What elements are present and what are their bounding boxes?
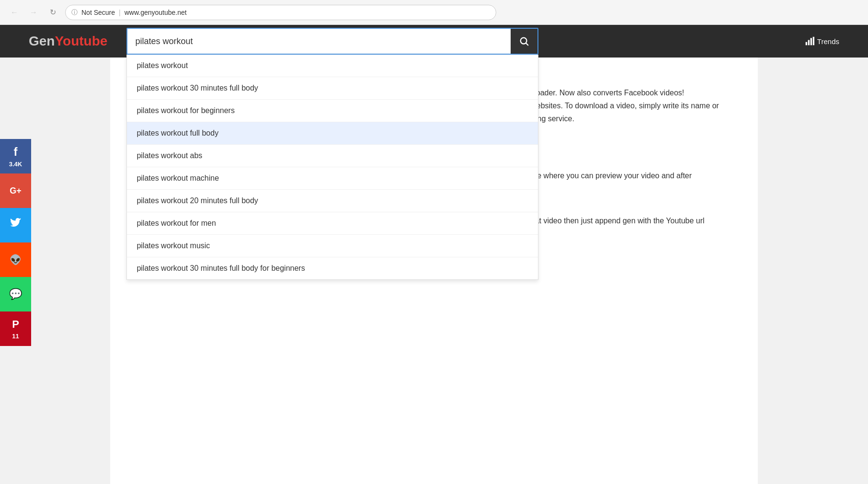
google-share-button[interactable]: G+ — [0, 173, 31, 208]
autocomplete-item-0[interactable]: pilates workout — [127, 55, 538, 77]
address-bar[interactable]: ⓘ Not Secure | www.genyoutube.net — [65, 5, 496, 20]
separator: | — [119, 9, 121, 16]
trends-icon — [805, 36, 814, 46]
pinterest-icon: P — [12, 318, 19, 331]
autocomplete-item-7[interactable]: pilates workout for men — [127, 212, 538, 235]
trends-label: Trends — [817, 37, 839, 46]
twitter-share-button[interactable] — [0, 208, 31, 242]
back-button[interactable]: ← — [8, 6, 21, 19]
logo-gen: Gen — [29, 34, 55, 48]
search-input[interactable] — [127, 29, 511, 54]
browser-chrome: ← → ↻ ⓘ Not Secure | www.genyoutube.net — [0, 0, 868, 25]
info-icon: ⓘ — [71, 8, 78, 17]
site-logo[interactable]: GenYoutube — [29, 34, 107, 49]
search-wrapper — [126, 28, 538, 55]
reload-button[interactable]: ↻ — [46, 6, 59, 19]
autocomplete-dropdown: pilates workout pilates workout 30 minut… — [126, 55, 538, 280]
autocomplete-item-5[interactable]: pilates workout machine — [127, 167, 538, 190]
google-icon: G+ — [10, 186, 22, 196]
search-icon — [519, 36, 529, 46]
logo-youtube: Youtube — [55, 34, 107, 48]
pinterest-share-button[interactable]: P 11 — [0, 311, 31, 346]
search-button[interactable] — [511, 29, 537, 54]
autocomplete-item-3[interactable]: pilates workout full body — [127, 122, 538, 145]
facebook-share-button[interactable]: f 3.4K — [0, 139, 31, 173]
secure-label: Not Secure — [81, 9, 115, 16]
svg-rect-5 — [813, 37, 814, 46]
autocomplete-item-6[interactable]: pilates workout 20 minutes full body — [127, 190, 538, 212]
svg-line-1 — [526, 43, 528, 45]
whatsapp-icon: 💬 — [9, 288, 22, 300]
svg-rect-4 — [811, 38, 812, 45]
search-container: pilates workout pilates workout 30 minut… — [126, 28, 538, 55]
autocomplete-item-1[interactable]: pilates workout 30 minutes full body — [127, 77, 538, 100]
forward-button[interactable]: → — [27, 6, 40, 19]
reddit-icon: 👽 — [10, 254, 22, 265]
twitter-icon — [10, 218, 22, 232]
pinterest-count: 11 — [12, 333, 19, 340]
autocomplete-item-2[interactable]: pilates workout for beginners — [127, 100, 538, 122]
svg-rect-3 — [808, 40, 810, 46]
url-text: www.genyoutube.net — [125, 9, 187, 16]
facebook-count: 3.4K — [9, 161, 22, 168]
svg-rect-2 — [806, 42, 807, 46]
facebook-icon: f — [14, 145, 18, 159]
whatsapp-share-button[interactable]: 💬 — [0, 277, 31, 311]
social-sidebar: f 3.4K G+ 👽 💬 P 11 — [0, 139, 31, 346]
reddit-share-button[interactable]: 👽 — [0, 242, 31, 277]
autocomplete-item-8[interactable]: pilates workout music — [127, 235, 538, 257]
trends-button[interactable]: Trends — [805, 36, 839, 46]
autocomplete-item-9[interactable]: pilates workout 30 minutes full body for… — [127, 257, 538, 279]
site-header: GenYoutube pilates workout pilates worko… — [0, 25, 868, 58]
autocomplete-item-4[interactable]: pilates workout abs — [127, 145, 538, 167]
